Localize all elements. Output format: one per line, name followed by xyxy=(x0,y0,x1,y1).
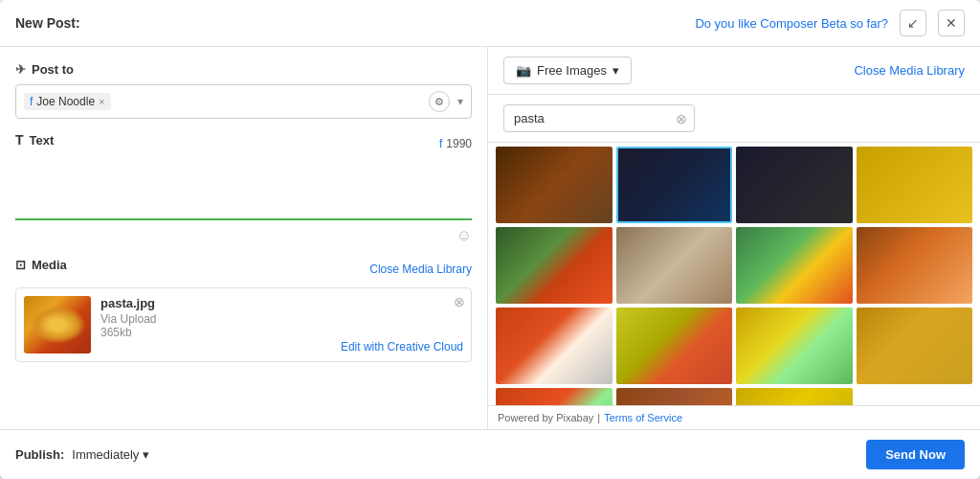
publish-label: Publish: xyxy=(15,447,64,462)
media-item: ⊗ pasta.jpg Via Upload 365kb Edit with C… xyxy=(15,287,472,362)
media-section: ⊡ Media Close Media Library ⊗ pasta.jpg … xyxy=(15,258,472,362)
tag-remove-button[interactable]: × xyxy=(99,96,104,107)
close-button[interactable]: ✕ xyxy=(938,10,965,36)
grid-image-1[interactable] xyxy=(496,147,612,223)
close-icon: ✕ xyxy=(946,15,957,31)
account-name: Joe Noodle xyxy=(36,95,95,108)
pixabay-bar: Powered by Pixabay | Terms of Service xyxy=(488,405,980,429)
facebook-badge: f xyxy=(439,137,442,150)
media-header: ⊡ Media Close Media Library xyxy=(15,258,472,280)
minimize-button[interactable]: ↙ xyxy=(900,10,926,36)
emoji-area: ☺ xyxy=(15,227,472,244)
text-header: T Text f 1990 xyxy=(15,132,472,155)
grid-image-4[interactable] xyxy=(857,147,973,223)
text-section: T Text f 1990 ☺ xyxy=(15,132,472,244)
close-media-library-button[interactable]: Close Media Library xyxy=(369,262,472,276)
grid-image-12[interactable] xyxy=(857,308,973,384)
terms-of-service-link[interactable]: Terms of Service xyxy=(604,412,682,423)
schedule-value: Immediately xyxy=(72,447,139,462)
image-grid-container xyxy=(488,143,980,405)
char-count-value: 1990 xyxy=(446,137,472,150)
text-input[interactable] xyxy=(15,163,472,220)
modal-header: New Post: Do you like Composer Beta so f… xyxy=(0,0,980,47)
modal-title: New Post: xyxy=(15,15,80,31)
media-source: Via Upload xyxy=(100,312,463,326)
grid-image-15[interactable] xyxy=(736,388,853,405)
media-size: 365kb xyxy=(100,326,463,339)
facebook-icon: f xyxy=(30,95,33,108)
grid-image-10[interactable] xyxy=(616,308,733,384)
modal-footer: Publish: Immediately ▾ Send Now xyxy=(0,429,980,479)
edit-creative-cloud-button[interactable]: Edit with Creative Cloud xyxy=(341,340,463,354)
feedback-link[interactable]: Do you like Composer Beta so far? xyxy=(695,16,888,31)
grid-image-14[interactable] xyxy=(616,388,733,405)
grid-image-9[interactable] xyxy=(496,308,612,384)
media-filename: pasta.jpg xyxy=(100,296,463,310)
text-label: T Text xyxy=(15,132,54,148)
right-panel: 📷 Free Images ▾ Close Media Library ⊗ xyxy=(488,47,980,429)
grid-image-8[interactable] xyxy=(857,227,973,304)
pixabay-text: Powered by Pixabay xyxy=(498,412,593,423)
grid-image-7[interactable] xyxy=(736,227,853,304)
account-tag: f Joe Noodle × xyxy=(24,93,111,110)
camera-icon: 📷 xyxy=(516,63,531,78)
modal-body: ✈ Post to f Joe Noodle × ⚙ ▾ xyxy=(0,47,980,429)
post-to-tags-container: f Joe Noodle × ⚙ ▾ xyxy=(15,84,472,119)
free-images-button[interactable]: 📷 Free Images ▾ xyxy=(503,57,632,84)
grid-image-2[interactable] xyxy=(616,147,733,223)
grid-image-13[interactable] xyxy=(496,388,612,405)
free-images-chevron-icon: ▾ xyxy=(612,63,619,78)
close-library-button[interactable]: Close Media Library xyxy=(854,63,965,78)
minimize-icon: ↙ xyxy=(907,15,919,31)
left-panel: ✈ Post to f Joe Noodle × ⚙ ▾ xyxy=(0,47,488,429)
text-icon: T xyxy=(15,132,24,148)
grid-image-6[interactable] xyxy=(616,227,733,304)
free-images-label: Free Images xyxy=(537,63,607,78)
grid-image-3[interactable] xyxy=(736,147,853,223)
grid-image-11[interactable] xyxy=(736,308,853,384)
emoji-button[interactable]: ☺ xyxy=(457,227,472,244)
schedule-dropdown[interactable]: Immediately ▾ xyxy=(72,447,149,462)
post-to-label: ✈ Post to xyxy=(15,62,472,77)
modal-container: New Post: Do you like Composer Beta so f… xyxy=(0,0,980,479)
search-input[interactable] xyxy=(503,104,695,132)
grid-image-5[interactable] xyxy=(496,227,612,304)
media-thumbnail xyxy=(24,296,91,354)
media-remove-button[interactable]: ⊗ xyxy=(454,294,465,309)
publish-section: Publish: Immediately ▾ xyxy=(15,447,149,462)
chevron-down-icon[interactable]: ▾ xyxy=(457,95,463,108)
settings-button[interactable]: ⚙ xyxy=(429,91,450,112)
post-to-section: ✈ Post to f Joe Noodle × ⚙ ▾ xyxy=(15,62,472,119)
media-icon: ⊡ xyxy=(15,258,26,272)
right-panel-header: 📷 Free Images ▾ Close Media Library xyxy=(488,47,980,95)
post-to-actions: ⚙ ▾ xyxy=(429,91,463,112)
header-actions: Do you like Composer Beta so far? ↙ ✕ xyxy=(695,10,965,36)
media-info: pasta.jpg Via Upload 365kb xyxy=(100,296,463,339)
media-label: ⊡ Media xyxy=(15,258,67,272)
send-now-button[interactable]: Send Now xyxy=(866,440,965,469)
search-wrapper: ⊗ xyxy=(503,104,695,132)
search-bar: ⊗ xyxy=(488,95,980,143)
char-count: f 1990 xyxy=(439,137,472,150)
send-icon: ✈ xyxy=(15,62,26,77)
pixabay-divider: | xyxy=(597,412,600,423)
schedule-chevron-icon: ▾ xyxy=(143,447,149,462)
search-clear-button[interactable]: ⊗ xyxy=(676,111,687,126)
image-grid xyxy=(496,147,972,405)
